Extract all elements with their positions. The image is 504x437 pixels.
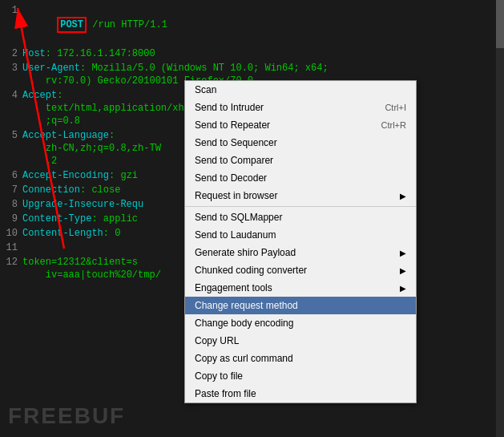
menu-item-send-decoder-label: Send to Decoder bbox=[195, 172, 267, 184]
line-num-8: 8 bbox=[3, 198, 18, 211]
menu-item-send-repeater-shortcut: Ctrl+R bbox=[381, 120, 406, 130]
line-num-1: 1 bbox=[3, 4, 18, 17]
line-content-6: Accept-Encoding: gzi bbox=[22, 169, 138, 182]
line-content-9: Content-Type: applic bbox=[22, 212, 138, 225]
scrollbar[interactable] bbox=[496, 0, 504, 437]
line-content-5: Accept-Language: zh-CN,zh;q=0.8,zh-TW .2 bbox=[22, 129, 161, 168]
menu-item-change-encoding[interactable]: Change body encoding bbox=[185, 314, 416, 332]
menu-item-copy-file[interactable]: Copy to file bbox=[185, 367, 416, 385]
menu-item-copy-url-label: Copy URL bbox=[195, 335, 239, 346]
menu-item-send-repeater[interactable]: Send to Repeater Ctrl+R bbox=[185, 116, 416, 134]
menu-item-request-browser-label: Request in browser bbox=[195, 190, 277, 201]
menu-item-send-comparer[interactable]: Send to Comparer bbox=[185, 152, 416, 169]
line-content-2: Host: 172.16.1.147:8000 bbox=[22, 47, 155, 60]
menu-item-engagement[interactable]: Engagement tools ▶ bbox=[185, 279, 416, 297]
watermark: FREEBUF bbox=[8, 403, 125, 429]
menu-item-paste-file[interactable]: Paste from file bbox=[185, 385, 416, 403]
menu-item-sqlmapper[interactable]: Send to SQLMapper bbox=[185, 208, 416, 226]
engagement-arrow-icon: ▶ bbox=[400, 284, 406, 293]
menu-item-change-method-label: Change request method bbox=[195, 300, 298, 311]
line-num-12: 12 bbox=[3, 256, 18, 269]
context-menu: Scan Send to Intruder Ctrl+I Send to Rep… bbox=[184, 80, 417, 403]
menu-item-send-repeater-label: Send to Repeater bbox=[195, 119, 270, 131]
menu-item-request-browser[interactable]: Request in browser ▶ bbox=[185, 187, 416, 204]
menu-item-copy-curl[interactable]: Copy as curl command bbox=[185, 350, 416, 367]
menu-item-change-method[interactable]: Change request method bbox=[185, 297, 416, 314]
line-num-2: 2 bbox=[3, 47, 18, 60]
menu-item-laudanum[interactable]: Send to Laudanum bbox=[185, 226, 416, 244]
line-num-6: 6 bbox=[3, 169, 18, 182]
menu-item-engagement-label: Engagement tools bbox=[195, 282, 272, 293]
menu-item-copy-curl-label: Copy as curl command bbox=[195, 353, 293, 364]
scrollbar-thumb[interactable] bbox=[496, 0, 504, 48]
post-keyword: POST bbox=[57, 17, 87, 33]
line-num-9: 9 bbox=[3, 212, 18, 225]
menu-item-copy-url[interactable]: Copy URL bbox=[185, 332, 416, 350]
line-num-5: 5 bbox=[3, 129, 18, 142]
line-1: 1 POST /run HTTP/1.1 bbox=[0, 3, 504, 47]
menu-separator-1 bbox=[185, 206, 416, 207]
menu-item-shiro[interactable]: Generate shiro Payload ▶ bbox=[185, 244, 416, 261]
menu-item-chunked-label: Chunked coding converter bbox=[195, 265, 307, 276]
menu-item-send-intruder-label: Send to Intruder bbox=[195, 102, 264, 113]
menu-item-send-sequencer[interactable]: Send to Sequencer bbox=[185, 134, 416, 152]
menu-item-send-sequencer-label: Send to Sequencer bbox=[195, 137, 277, 148]
line-num-3: 3 bbox=[3, 62, 18, 75]
line-num-7: 7 bbox=[3, 184, 18, 196]
menu-item-send-intruder-shortcut: Ctrl+I bbox=[385, 103, 406, 112]
line-2: 2 Host: 172.16.1.147:8000 bbox=[0, 47, 504, 61]
menu-item-sqlmapper-label: Send to SQLMapper bbox=[195, 212, 282, 223]
menu-item-copy-file-label: Copy to file bbox=[195, 370, 243, 382]
menu-item-send-intruder[interactable]: Send to Intruder Ctrl+I bbox=[185, 99, 416, 116]
request-browser-arrow-icon: ▶ bbox=[400, 192, 406, 200]
menu-item-shiro-label: Generate shiro Payload bbox=[195, 247, 296, 258]
editor-area: 1 POST /run HTTP/1.1 2 Host: 172.16.1.14… bbox=[0, 0, 504, 437]
menu-item-send-comparer-label: Send to Comparer bbox=[195, 155, 273, 166]
line-content-8: Upgrade-Insecure-Requ bbox=[22, 198, 143, 211]
menu-item-send-decoder[interactable]: Send to Decoder bbox=[185, 169, 416, 187]
menu-item-scan-label: Scan bbox=[195, 84, 216, 95]
line-num-10: 10 bbox=[3, 227, 18, 240]
menu-item-laudanum-label: Send to Laudanum bbox=[195, 229, 276, 241]
menu-item-scan[interactable]: Scan bbox=[185, 81, 416, 99]
shiro-arrow-icon: ▶ bbox=[400, 249, 406, 257]
line-content-10: Content-Length: 0 bbox=[22, 227, 120, 240]
line-num-11: 11 bbox=[3, 241, 18, 254]
menu-item-change-encoding-label: Change body encoding bbox=[195, 318, 293, 329]
line-content-7: Connection: close bbox=[22, 184, 120, 196]
menu-item-paste-file-label: Paste from file bbox=[195, 388, 256, 399]
line-content-1: POST /run HTTP/1.1 bbox=[22, 4, 167, 46]
chunked-arrow-icon: ▶ bbox=[400, 266, 406, 275]
menu-item-chunked[interactable]: Chunked coding converter ▶ bbox=[185, 261, 416, 279]
line-num-4: 4 bbox=[3, 89, 18, 102]
